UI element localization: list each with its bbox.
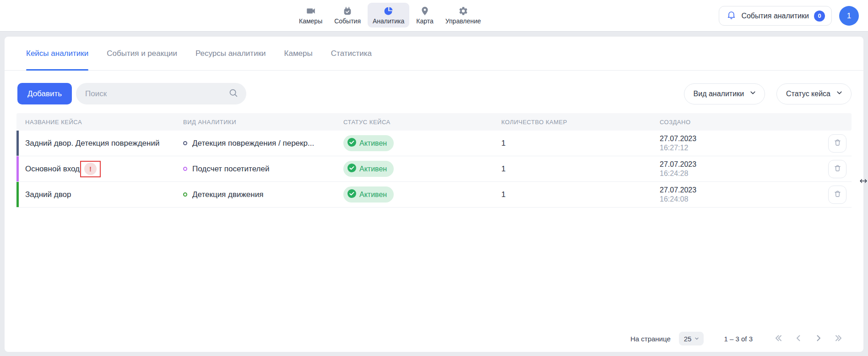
analytics-type-filter-label: Вид аналитики [694, 90, 744, 98]
created-time: 16:27:12 [660, 143, 797, 153]
col-header-case-name: НАЗВАНИЕ КЕЙСА [25, 119, 183, 126]
map-pin-icon [420, 6, 430, 16]
first-page-button[interactable] [774, 334, 783, 344]
trash-icon [833, 164, 842, 174]
case-status-filter[interactable]: Статус кейса [776, 83, 852, 104]
check-icon [347, 189, 356, 200]
nav-label-management: Управление [445, 17, 481, 25]
created-date: 27.07.2023 [660, 186, 797, 195]
delete-button[interactable] [828, 160, 846, 178]
analytics-type-icon [183, 192, 187, 197]
delete-button[interactable] [828, 186, 846, 204]
created-time: 16:24:08 [660, 195, 797, 204]
created-date: 27.07.2023 [660, 160, 797, 169]
chevron-right-icon [814, 334, 823, 344]
tab-analytics-resources[interactable]: Ресурсы аналитики [195, 37, 266, 70]
user-avatar[interactable]: 1 [839, 6, 859, 26]
nav-item-management[interactable]: Управление [440, 3, 486, 27]
camera-count: 1 [501, 190, 660, 199]
per-page-select[interactable]: 25 [679, 332, 704, 345]
camera-icon [306, 6, 316, 16]
tab-statistics[interactable]: Статистика [331, 37, 372, 70]
delete-button[interactable] [828, 134, 846, 153]
analytics-type-cell: Подсчет посетителей [183, 164, 343, 174]
col-header-analytics-type: ВИД АНАЛИТИКИ [183, 119, 343, 126]
double-chevron-right-icon [834, 334, 843, 344]
search-field [76, 83, 246, 104]
analytics-type-icon [183, 141, 187, 145]
bell-icon [727, 10, 736, 22]
pager [774, 334, 843, 344]
status-badge: Активен [343, 135, 394, 151]
events-count-badge: 0 [814, 11, 825, 22]
status-label: Активен [359, 191, 387, 199]
table-row[interactable]: Основной вход ! Подсчет посетителей Акти… [16, 156, 852, 182]
table-row[interactable]: Задний двор Детекция движения Активен 1 … [16, 182, 852, 208]
tab-events-reactions[interactable]: События и реакции [107, 37, 177, 70]
status-label: Активен [359, 165, 387, 173]
events-button-label: События аналитики [741, 12, 809, 20]
analytics-type-label: Детекция повреждения / перекр... [192, 139, 314, 148]
chevron-down-icon [694, 335, 700, 343]
tab-analytics-cases[interactable]: Кейсы аналитики [26, 37, 88, 70]
topbar-right: События аналитики 0 1 [719, 6, 859, 26]
created-time: 16:24:28 [660, 169, 797, 178]
row-stripe [16, 131, 19, 156]
camera-count: 1 [501, 164, 660, 174]
check-icon [347, 164, 356, 174]
calendar-icon [342, 6, 353, 16]
created-cell: 27.07.2023 16:24:08 [660, 186, 797, 204]
camera-count: 1 [501, 139, 660, 148]
created-cell: 27.07.2023 16:24:28 [660, 160, 797, 178]
last-page-button[interactable] [834, 334, 843, 344]
prev-page-button[interactable] [794, 334, 803, 344]
nav-label-analytics: Аналитика [373, 17, 404, 25]
search-icon [228, 88, 238, 99]
toolbar: Добавить Вид аналитики Статус кейса [17, 83, 852, 104]
analytics-type-cell: Детекция повреждения / перекр... [183, 139, 343, 148]
nav-item-analytics[interactable]: Аналитика [368, 3, 409, 27]
mouse-cursor [860, 178, 867, 186]
alert-highlight-box: ! [80, 161, 101, 177]
trash-icon [833, 190, 842, 200]
double-chevron-left-icon [774, 334, 783, 344]
analytics-type-icon [183, 167, 187, 171]
alert-icon: ! [84, 163, 97, 175]
add-button[interactable]: Добавить [17, 83, 72, 104]
row-stripe [16, 182, 19, 207]
pie-chart-icon [384, 6, 394, 16]
tab-cameras[interactable]: Камеры [284, 37, 313, 70]
analytics-type-label: Детекция движения [192, 190, 263, 199]
nav-label-events: События [334, 17, 361, 25]
case-name: Задний двор [25, 190, 183, 199]
cases-table: НАЗВАНИЕ КЕЙСА ВИД АНАЛИТИКИ СТАТУС КЕЙС… [16, 113, 852, 208]
gear-icon [458, 6, 468, 16]
main-panel: Кейсы аналитики События и реакции Ресурс… [5, 37, 863, 352]
created-date: 27.07.2023 [660, 134, 797, 143]
nav-item-events[interactable]: События [329, 3, 366, 27]
search-input[interactable] [85, 89, 228, 99]
nav-label-cameras: Камеры [299, 17, 322, 25]
topbar: Камеры События Аналитика Карта Управлени… [0, 0, 868, 32]
col-header-case-status: СТАТУС КЕЙСА [343, 119, 501, 126]
analytics-events-button[interactable]: События аналитики 0 [719, 6, 832, 26]
range-text: 1 – 3 of 3 [724, 335, 753, 343]
next-page-button[interactable] [814, 334, 823, 344]
status-badge: Активен [343, 161, 394, 177]
analytics-type-label: Подсчет посетителей [192, 164, 269, 174]
status-badge: Активен [343, 186, 394, 203]
nav-item-map[interactable]: Карта [411, 3, 438, 27]
main-nav: Камеры События Аналитика Карта Управлени… [294, 3, 486, 27]
chevron-down-icon [749, 89, 757, 99]
table-header: НАЗВАНИЕ КЕЙСА ВИД АНАЛИТИКИ СТАТУС КЕЙС… [16, 113, 852, 131]
analytics-tabs: Кейсы аналитики События и реакции Ресурс… [5, 37, 863, 71]
chevron-down-icon [835, 89, 843, 99]
case-status-filter-label: Статус кейса [786, 90, 830, 98]
nav-item-cameras[interactable]: Камеры [294, 3, 327, 27]
case-name-cell: Основной вход ! [25, 161, 183, 177]
per-page-label: На странице [630, 335, 671, 343]
col-header-camera-count: КОЛИЧЕСТВО КАМЕР [501, 119, 660, 126]
analytics-type-cell: Детекция движения [183, 190, 343, 199]
table-row[interactable]: Задний двор. Детекция повреждений Детекц… [16, 131, 852, 156]
analytics-type-filter[interactable]: Вид аналитики [684, 83, 765, 104]
